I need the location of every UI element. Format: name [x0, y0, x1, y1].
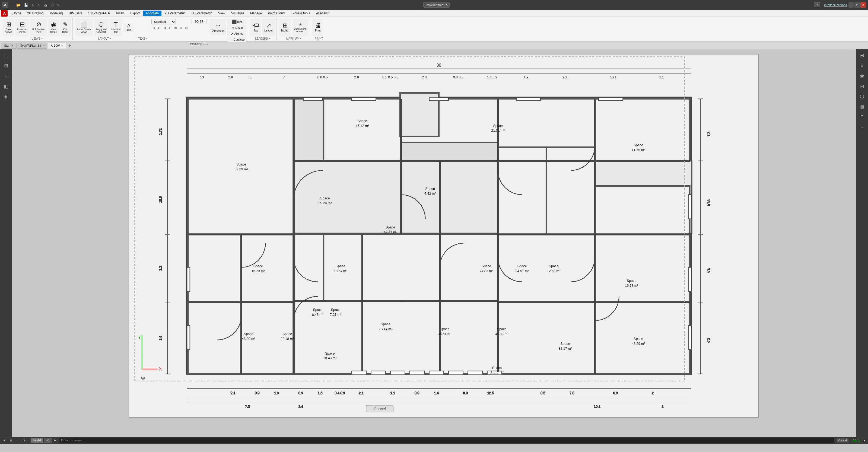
- dimension-main-button[interactable]: ↔ Dimension: [210, 19, 226, 35]
- base-views-button[interactable]: ⊞ BaseViews: [3, 19, 14, 36]
- continue-button[interactable]: → Continue: [227, 37, 246, 42]
- app-menu-button[interactable]: A: [1, 10, 8, 17]
- tab-scantoPlan-close[interactable]: ✕: [42, 44, 44, 47]
- menu-express-tools[interactable]: ExpressTools: [288, 10, 313, 16]
- projected-views-button[interactable]: ⊟ ProjectedViews: [15, 19, 29, 36]
- menu-2d-parametric[interactable]: 2D Parametric: [162, 10, 188, 16]
- layout-group-label: LAYOUT ▾: [75, 37, 134, 40]
- command-input[interactable]: [59, 438, 835, 443]
- linear-button[interactable]: ↔ Linear: [227, 25, 246, 30]
- help-button[interactable]: ?: [814, 2, 820, 7]
- new-tab-button[interactable]: +: [67, 42, 72, 49]
- status-grid-button[interactable]: ⊞: [9, 439, 13, 443]
- ann-tool-1[interactable]: ⊕: [151, 26, 156, 30]
- sidebar-home-button[interactable]: ⌂: [1, 51, 11, 60]
- add-delete-scales-label: Add/DeleteScales...: [294, 27, 307, 33]
- menu-ai-assist[interactable]: AI Assist: [313, 10, 331, 16]
- menu-annotate[interactable]: Annotate: [143, 10, 161, 16]
- edit-detail-button[interactable]: ✎ EditDetail: [60, 19, 71, 36]
- layer-button[interactable]: ⊞: [50, 2, 55, 8]
- paper-space-views-button[interactable]: ⬜ Paper SpaceViews: [75, 19, 93, 36]
- menu-insert[interactable]: Insert: [114, 10, 127, 16]
- menu-view[interactable]: View: [215, 10, 228, 16]
- redo-button[interactable]: ↪: [37, 2, 42, 8]
- rs-button-1[interactable]: ⊞: [857, 51, 867, 60]
- tab-scantoPlan[interactable]: ScanToPlan_3d ✕: [17, 42, 47, 49]
- rs-button-4[interactable]: ⊟: [857, 82, 867, 91]
- undo-button[interactable]: ↩: [30, 2, 35, 8]
- cancel-button-status[interactable]: Cancel: [837, 439, 848, 443]
- tag-button[interactable]: 🏷 Tag: [250, 19, 261, 36]
- add-delete-scales-button[interactable]: ± Add/DeleteScales...: [292, 19, 309, 36]
- leaders-dropdown-arrow[interactable]: ▾: [269, 37, 270, 40]
- ann-tool-5[interactable]: ⊚: [173, 26, 178, 30]
- menu-bim-data[interactable]: BIM Data: [66, 10, 85, 16]
- quick-access-toolbar: □ 📂 💾 ↩ ↪ 🖨 ⊞: [10, 2, 55, 8]
- tab-a100[interactable]: A-100° ✕: [48, 42, 66, 49]
- a1-tab[interactable]: A1: [44, 438, 52, 443]
- save-button[interactable]: 💾: [23, 2, 29, 8]
- sidebar-3d-button[interactable]: ◈: [1, 92, 11, 101]
- menu-point-cloud[interactable]: Point Cloud: [265, 10, 287, 16]
- interface-settings-link[interactable]: Interface settings: [824, 3, 847, 6]
- ann-tool-6[interactable]: ⊛: [179, 26, 183, 30]
- ann-tool-7[interactable]: ⊜: [184, 26, 189, 30]
- status-snap-button[interactable]: ⊕: [2, 439, 6, 443]
- menu-home[interactable]: Home: [10, 10, 24, 16]
- tab-start[interactable]: Start ✕: [1, 42, 17, 49]
- rs-button-6[interactable]: ⊠: [857, 102, 867, 112]
- views-dropdown-arrow[interactable]: ▾: [41, 37, 42, 40]
- menu-3d-parametric[interactable]: 3D Parametric: [189, 10, 215, 16]
- menu-structural-mep[interactable]: Structural/MEP: [86, 10, 113, 16]
- rs-button-5[interactable]: ⬡: [857, 92, 867, 101]
- ann-tool-2[interactable]: ⊖: [157, 26, 162, 30]
- menu-manage[interactable]: Manage: [247, 10, 265, 16]
- layout-dropdown-arrow[interactable]: ▾: [110, 37, 111, 40]
- close-button[interactable]: ✕: [860, 2, 866, 8]
- menu-visualize[interactable]: Visualize: [228, 10, 247, 16]
- bim-button[interactable]: ⬛ BIM: [227, 19, 246, 24]
- leader-button[interactable]: ↗ Leader: [262, 19, 275, 36]
- new-file-button[interactable]: □: [10, 2, 14, 8]
- drawing-area[interactable]: 36 7.3 2.8 0.5 7 0.8 0.5 2.8 0.5 0.5 0.5…: [12, 50, 856, 437]
- text-button[interactable]: A Text: [123, 23, 134, 32]
- table-button[interactable]: ⊞ Table...: [279, 19, 291, 36]
- add-layout-button[interactable]: +: [52, 438, 57, 443]
- dimension-dropdown-arrow[interactable]: ▾: [207, 43, 208, 45]
- menu-export[interactable]: Export: [127, 10, 143, 16]
- rs-button-2[interactable]: ≡: [857, 61, 867, 70]
- tab-a100-close[interactable]: ✕: [61, 44, 63, 47]
- model-tab[interactable]: Model: [31, 438, 43, 443]
- sidebar-properties-button[interactable]: ≡: [1, 71, 11, 81]
- maximize-button[interactable]: □: [855, 2, 860, 8]
- open-file-button[interactable]: 📂: [15, 2, 22, 8]
- view-detail-button[interactable]: ◉ ViewDetail: [48, 19, 59, 36]
- app-icon[interactable]: A: [2, 2, 8, 8]
- text-dropdown-arrow[interactable]: ▾: [146, 37, 147, 40]
- polygonal-viewport-button[interactable]: ⬡ PolygonalViewport: [94, 19, 108, 36]
- status-ortho-button[interactable]: →: [15, 439, 20, 443]
- ann-tool-4[interactable]: ⊙: [168, 26, 173, 30]
- sidebar-blocks-button[interactable]: ◧: [1, 82, 11, 91]
- multiline-text-button[interactable]: T MultilineText: [110, 19, 122, 36]
- rs-button-8[interactable]: ↔: [857, 123, 867, 132]
- full-section-view-button[interactable]: ⊘ Full SectionView: [30, 19, 47, 36]
- minimize-button[interactable]: ─: [848, 2, 854, 8]
- markup-dropdown-arrow[interactable]: ▾: [300, 37, 301, 40]
- print-button[interactable]: 🖨 Print: [312, 19, 323, 36]
- print-quick-button[interactable]: 🖨: [43, 2, 49, 8]
- status-polar-button[interactable]: ⊙: [22, 439, 27, 443]
- aligned-button[interactable]: ↗ Aligned: [227, 31, 246, 36]
- iso-selector[interactable]: ISO-25 ▾: [192, 19, 207, 24]
- menu-2d-drafting[interactable]: 2D Drafting: [24, 10, 46, 16]
- wireframe-selector[interactable]: 2dWireframe 3dWireframe Conceptual Reali…: [423, 2, 450, 8]
- svg-rect-27: [241, 234, 294, 302]
- dimension-style-selector[interactable]: Standard ISO-25: [151, 19, 176, 24]
- rs-button-3[interactable]: ◉: [857, 71, 867, 81]
- menu-modeling[interactable]: Modeling: [47, 10, 66, 16]
- sidebar-layers-button[interactable]: ⊞: [1, 61, 11, 70]
- rs-button-7[interactable]: T: [857, 112, 867, 122]
- tab-start-close[interactable]: ✕: [11, 44, 13, 47]
- expand-cmd-button[interactable]: ▲: [863, 439, 866, 442]
- ann-tool-3[interactable]: ⊗: [162, 26, 167, 30]
